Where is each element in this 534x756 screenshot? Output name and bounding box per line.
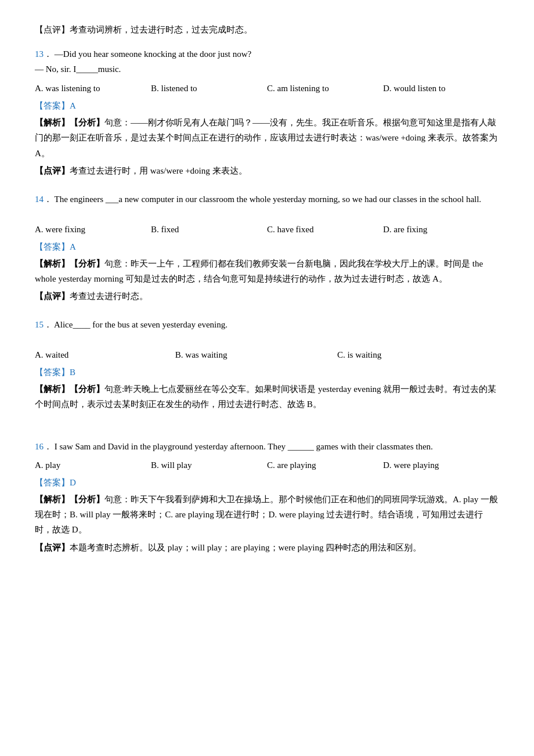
q13-number: 13 (35, 49, 44, 59)
q14-comment-text: 考查过去进行时态。 (70, 291, 148, 301)
q14-option-c: C. have fixed (267, 222, 383, 236)
q14-option-d: D. are fixing (383, 222, 499, 236)
q13-line2: — No, sir. I_____music. (35, 64, 121, 74)
q13-comment-label: 【点评】 (35, 166, 70, 175)
q14-line1: The engineers ___a new computer in our c… (54, 195, 481, 204)
q16-comment-text: 本题考查时态辨析。以及 play；will play；are playing；w… (70, 543, 421, 552)
q13-analysis: 【解析】【分析】句意：——刚才你听见有人在敲门吗？——没有，先生。我正在听音乐。… (35, 115, 499, 161)
q14-option-a: A. were fixing (35, 222, 151, 236)
q15-option-c: C. is waiting (337, 348, 499, 362)
q15-analysis-text: 句意:昨天晚上七点爱丽丝在等公交车。如果时间状语是 yesterday even… (35, 384, 496, 409)
q15-text: 15． Alice____ for the bus at seven yeste… (35, 318, 499, 333)
q14-comment: 【点评】考查过去进行时态。 (35, 289, 499, 304)
q16-analysis-label: 【解析】 (35, 495, 70, 504)
q15-number: 15 (35, 320, 44, 329)
q13-option-b: B. listened to (151, 81, 267, 95)
q14-comment-label: 【点评】 (35, 291, 70, 301)
q16-analysis-text: 句意：昨天下午我看到萨姆和大卫在操场上。那个时候他们正在和他们的同班同学玩游戏。… (35, 495, 498, 535)
intro-comment: 【点评】考查动词辨析，过去进行时态，过去完成时态。 (35, 23, 499, 37)
q14-analysis: 【解析】【分析】句意：昨天一上午，工程师们都在我们教师安装一台新电脑，因此我在学… (35, 256, 499, 287)
q15-analysis: 【解析】【分析】句意:昨天晚上七点爱丽丝在等公交车。如果时间状语是 yester… (35, 381, 499, 412)
q13-analysis-label: 【解析】 (35, 118, 70, 127)
q14-number: 14 (35, 195, 44, 204)
q16-comment: 【点评】本题考查时态辨析。以及 play；will play；are playi… (35, 540, 499, 555)
q13-comment: 【点评】考查过去进行时，用 was/were +doing 来表达。 (35, 163, 499, 178)
q16-line1: I saw Sam and David in the playground ye… (55, 442, 433, 451)
q13-fenxi-label: 【分析】 (70, 118, 104, 127)
q15-answer: 【答案】B (35, 365, 499, 379)
question-13: 13． —Did you hear someone knocking at th… (35, 47, 499, 178)
q13-comment-text: 考查过去进行时，用 was/were +doing 来表达。 (70, 166, 247, 175)
q16-options: A. play B. will play C. are playing D. w… (35, 458, 499, 472)
q14-analysis-label: 【解析】 (35, 259, 70, 268)
q16-number: 16 (35, 442, 44, 451)
q16-option-d: D. were playing (383, 458, 499, 472)
q15-line1: Alice____ for the bus at seven yesterday… (54, 320, 228, 329)
q16-option-c: C. are playing (267, 458, 383, 472)
q16-analysis: 【解析】【分析】句意：昨天下午我看到萨姆和大卫在操场上。那个时候他们正在和他们的… (35, 492, 499, 538)
q16-option-b: B. will play (151, 458, 267, 472)
q14-options: A. were fixing B. fixed C. have fixed D.… (35, 222, 499, 236)
q13-option-a: A. was listening to (35, 81, 151, 95)
q15-options: A. waited B. was waiting C. is waiting (35, 348, 499, 362)
q13-options: A. was listening to B. listened to C. am… (35, 81, 499, 95)
q13-option-d: D. would listen to (383, 81, 499, 95)
q13-text: 13． —Did you hear someone knocking at th… (35, 47, 499, 77)
q14-answer: 【答案】A (35, 240, 499, 254)
q16-option-a: A. play (35, 458, 151, 472)
q13-answer: 【答案】A (35, 99, 499, 113)
q13-line1: —Did you hear someone knocking at the do… (55, 49, 252, 59)
q15-fenxi-label: 【分析】 (70, 384, 104, 394)
question-15: 15． Alice____ for the bus at seven yeste… (35, 318, 499, 412)
q13-option-c: C. am listening to (267, 81, 383, 95)
q16-text: 16． I saw Sam and David in the playgroun… (35, 440, 499, 455)
question-16: 16． I saw Sam and David in the playgroun… (35, 440, 499, 555)
q16-fenxi-label: 【分析】 (70, 495, 104, 504)
q16-comment-label: 【点评】 (35, 543, 70, 552)
q14-text: 14． The engineers ___a new computer in o… (35, 192, 499, 207)
q14-fenxi-label: 【分析】 (70, 259, 104, 268)
q14-option-b: B. fixed (151, 222, 267, 236)
q13-analysis-text: 句意：——刚才你听见有人在敲门吗？——没有，先生。我正在听音乐。根据句意可知这里… (35, 118, 497, 158)
q15-option-b: B. was waiting (175, 348, 337, 362)
q15-option-a: A. waited (35, 348, 175, 362)
q16-answer: 【答案】D (35, 476, 499, 489)
intro-comment-text: 【点评】考查动词辨析，过去进行时态，过去完成时态。 (35, 25, 252, 34)
question-14: 14． The engineers ___a new computer in o… (35, 192, 499, 304)
q15-analysis-label: 【解析】 (35, 384, 70, 394)
